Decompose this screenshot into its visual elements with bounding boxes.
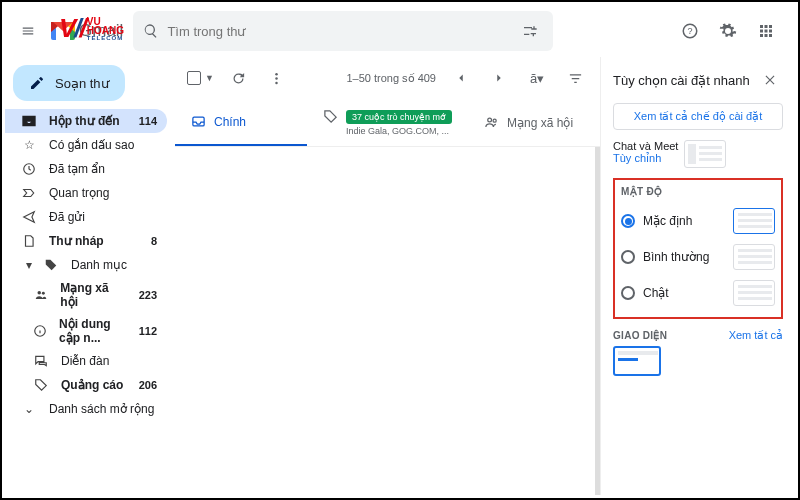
sidebar-item-important[interactable]: Quan trọng <box>5 181 167 205</box>
message-list[interactable] <box>175 147 600 495</box>
search-bar[interactable] <box>133 11 553 51</box>
hamburger-icon <box>21 22 35 40</box>
app-header: Gmail V// VU HOANG TELECOM ? <box>5 5 795 57</box>
sidebar-subitem-updates[interactable]: Nội dung cập n... 112 <box>5 313 167 349</box>
svg-point-11 <box>493 119 496 122</box>
see-all-settings-button[interactable]: Xem tất cả chế độ cài đặt <box>613 103 783 130</box>
chevron-down-icon: ▾ <box>21 257 37 273</box>
chevron-down-icon: ⌄ <box>21 401 37 417</box>
tab-primary[interactable]: Chính <box>175 99 307 146</box>
help-button[interactable]: ? <box>677 18 703 44</box>
tab-promotions[interactable]: 37 cuộc trò chuyện mớ Indie Gala, GOG.CO… <box>307 99 468 146</box>
important-icon <box>21 185 37 201</box>
search-options-button[interactable] <box>517 18 543 44</box>
refresh-button[interactable] <box>226 65 252 91</box>
close-icon <box>763 73 777 87</box>
draft-icon <box>21 233 37 249</box>
search-icon <box>143 23 159 39</box>
sidebar-item-label: Thư nháp <box>49 234 104 248</box>
sidebar: Soạn thư Hộp thư đến 114 ☆ Có gắn dấu sa… <box>5 57 175 495</box>
sidebar-item-more[interactable]: ⌄ Danh sách mở rộng <box>5 397 167 421</box>
density-option-default[interactable]: Mặc định <box>621 203 775 239</box>
density-preview <box>733 244 775 270</box>
social-tab-icon <box>484 115 499 130</box>
promo-icon <box>33 377 49 393</box>
radio-icon <box>621 250 635 264</box>
split-pane-button[interactable] <box>562 65 588 91</box>
svg-point-7 <box>276 77 279 80</box>
clock-icon <box>21 161 37 177</box>
tab-badge: 37 cuộc trò chuyện mớ <box>346 110 452 124</box>
prev-page-button[interactable] <box>448 65 474 91</box>
gear-icon <box>719 22 737 40</box>
sidebar-item-label: Diễn đàn <box>61 354 109 368</box>
sidebar-item-starred[interactable]: ☆ Có gắn dấu sao <box>5 133 167 157</box>
more-button[interactable] <box>264 65 290 91</box>
apps-button[interactable] <box>753 18 779 44</box>
tab-social[interactable]: Mạng xã hội <box>468 99 600 146</box>
sidebar-item-inbox[interactable]: Hộp thư đến 114 <box>5 109 167 133</box>
density-label: Bình thường <box>643 250 709 264</box>
density-option-compact[interactable]: Chật <box>621 275 775 311</box>
sidebar-item-label: Đã tạm ẩn <box>49 162 105 176</box>
refresh-icon <box>231 71 246 86</box>
close-quick-settings[interactable] <box>757 67 783 93</box>
app-name: Gmail <box>79 21 123 41</box>
sidebar-subitem-social[interactable]: Mạng xã hội 223 <box>5 277 167 313</box>
sidebar-item-count: 223 <box>139 289 157 301</box>
gmail-logo[interactable]: Gmail <box>51 21 123 41</box>
send-icon <box>21 209 37 225</box>
density-option-comfortable[interactable]: Bình thường <box>621 239 775 275</box>
sidebar-item-label: Quảng cáo <box>61 378 123 392</box>
sidebar-item-snoozed[interactable]: Đã tạm ẩn <box>5 157 167 181</box>
sidebar-item-drafts[interactable]: Thư nháp 8 <box>5 229 167 253</box>
compose-button[interactable]: Soạn thư <box>13 65 125 101</box>
star-icon: ☆ <box>21 137 37 153</box>
select-dropdown-icon[interactable]: ▼ <box>205 73 214 83</box>
sidebar-item-count: 114 <box>139 115 157 127</box>
settings-button[interactable] <box>715 18 741 44</box>
svg-text:?: ? <box>687 26 692 36</box>
pagination-range: 1–50 trong số 409 <box>346 72 436 85</box>
quick-settings-title: Tùy chọn cài đặt nhanh <box>613 73 750 88</box>
chat-customize-link[interactable]: Tùy chỉnh <box>613 152 678 165</box>
gmail-icon <box>51 22 75 40</box>
sidebar-item-label: Quan trọng <box>49 186 109 200</box>
main-menu-button[interactable] <box>15 18 41 44</box>
tab-label: Chính <box>214 115 246 129</box>
svg-point-3 <box>37 291 41 295</box>
sidebar-item-label: Đã gửi <box>49 210 85 224</box>
compose-label: Soạn thư <box>55 76 109 91</box>
svg-point-6 <box>276 72 279 75</box>
quick-settings-panel: Tùy chọn cài đặt nhanh Xem tất cả chế độ… <box>600 57 795 495</box>
sidebar-item-sent[interactable]: Đã gửi <box>5 205 167 229</box>
svg-point-10 <box>488 118 492 122</box>
sidebar-item-label: Nội dung cập n... <box>59 317 127 345</box>
sidebar-item-label: Mạng xã hội <box>60 281 126 309</box>
sidebar-item-categories[interactable]: ▾ Danh mục <box>5 253 167 277</box>
select-all-checkbox[interactable] <box>187 71 201 85</box>
chevron-left-icon <box>454 71 468 85</box>
inbox-tab-icon <box>191 114 206 129</box>
sidebar-subitem-forums[interactable]: Diễn đàn <box>5 349 167 373</box>
search-input[interactable] <box>167 24 509 39</box>
theme-preview[interactable] <box>613 346 661 376</box>
theme-see-all-link[interactable]: Xem tất cả <box>729 329 783 342</box>
tag-icon <box>43 257 59 273</box>
sidebar-item-label: Có gắn dấu sao <box>49 138 134 152</box>
forum-icon <box>33 353 49 369</box>
main-pane: ▼ 1–50 trong số 409 ă▾ Chính <box>175 57 600 495</box>
density-preview <box>733 208 775 234</box>
pencil-icon <box>29 75 45 91</box>
radio-icon <box>621 214 635 228</box>
filter-icon <box>568 71 583 86</box>
tune-icon <box>522 23 538 39</box>
sidebar-item-count: 112 <box>139 325 157 337</box>
theme-title: GIAO DIỆN <box>613 330 667 341</box>
scrollbar[interactable] <box>595 147 600 495</box>
chevron-right-icon <box>492 71 506 85</box>
next-page-button[interactable] <box>486 65 512 91</box>
sidebar-subitem-promotions[interactable]: Quảng cáo 206 <box>5 373 167 397</box>
mail-toolbar: ▼ 1–50 trong số 409 ă▾ <box>175 57 600 99</box>
input-tools-button[interactable]: ă▾ <box>524 65 550 91</box>
